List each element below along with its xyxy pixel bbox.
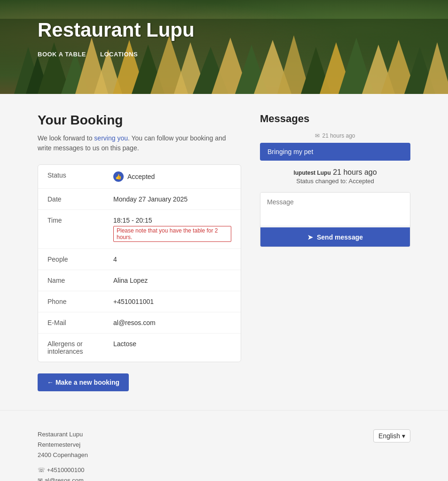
name-value: Alina Lopez <box>113 277 231 284</box>
footer-phone: ☏ +4510000100 <box>38 465 88 475</box>
language-selector[interactable]: English ▾ <box>373 429 410 442</box>
booking-row-time: Time 18:15 - 20:15 Please note that you … <box>38 210 241 249</box>
booking-row-email: E-Mail al@resos.com <box>38 312 241 334</box>
time-value: 18:15 - 20:15 <box>113 217 231 224</box>
date-value: Monday 27 January 2025 <box>113 195 231 203</box>
booking-row-name: Name Alina Lopez <box>38 270 241 291</box>
name-label: Name <box>47 277 113 284</box>
system-sender: luputest Lupu <box>293 170 330 176</box>
system-status-text: Status changed to: Accepted <box>260 178 410 185</box>
message-timestamp: ✉ 21 hours ago <box>260 132 410 139</box>
footer-info: Restaurant Lupu Rentemestervej 2400 Cope… <box>38 429 88 481</box>
messages-title: Messages <box>260 113 410 125</box>
messages-section: Messages ✉ 21 hours ago Bringing my pet … <box>260 113 410 391</box>
envelope-icon: ✉ <box>315 132 320 139</box>
booking-row-status: Status 👍 Accepted <box>38 165 241 189</box>
time-note: Please note that you have the table for … <box>113 226 231 242</box>
send-label: Send message <box>317 233 363 241</box>
system-time-text: 21 hours ago <box>333 168 377 176</box>
footer-address: Restaurant Lupu Rentemestervej 2400 Cope… <box>38 429 88 460</box>
booking-intro: We look forward to serving you. You can … <box>38 133 241 153</box>
date-label: Date <box>47 195 113 203</box>
email-value: al@resos.com <box>113 319 231 326</box>
footer-restaurant-name: Restaurant Lupu <box>38 429 88 440</box>
nav-locations[interactable]: LOCATIONS <box>100 51 138 58</box>
time-container: 18:15 - 20:15 Please note that you have … <box>113 217 231 242</box>
new-booking-button[interactable]: ← Make a new booking <box>38 373 129 391</box>
allergens-value: Lactose <box>113 340 231 348</box>
footer-contact: ☏ +4510000100 ✉ al@resos.com <box>38 465 88 481</box>
nav-book-table[interactable]: BOOK A TABLE <box>38 51 86 58</box>
main-content: Your Booking We look forward to serving … <box>0 94 448 410</box>
thumb-icon: 👍 <box>113 171 124 182</box>
status-text: Accepted <box>127 173 155 180</box>
site-title: Restaurant Lupu <box>0 0 448 46</box>
message-input[interactable] <box>260 193 410 225</box>
booking-row-date: Date Monday 27 January 2025 <box>38 189 241 210</box>
people-value: 4 <box>113 256 231 263</box>
page-footer: Restaurant Lupu Rentemestervej 2400 Cope… <box>0 410 448 481</box>
status-value: 👍 Accepted <box>113 171 231 182</box>
phone-value: +4510011001 <box>113 298 231 305</box>
main-nav: BOOK A TABLE LOCATIONS <box>0 46 448 62</box>
chevron-down-icon: ▾ <box>402 432 405 440</box>
booking-row-phone: Phone +4510011001 <box>38 291 241 312</box>
message-compose-area: ➤ Send message <box>260 192 410 247</box>
page-header: Restaurant Lupu BOOK A TABLE LOCATIONS <box>0 0 448 94</box>
people-label: People <box>47 256 113 263</box>
footer-address-line1: Rentemestervej <box>38 440 88 450</box>
time-label: Time <box>47 217 113 224</box>
first-message-bubble: Bringing my pet <box>260 143 410 161</box>
booking-title: Your Booking <box>38 113 241 128</box>
language-value: English <box>378 432 400 440</box>
phone-label: Phone <box>47 298 113 305</box>
send-message-button[interactable]: ➤ Send message <box>260 227 410 247</box>
booking-row-allergens: Allergens or intolerances Lactose <box>38 334 241 362</box>
allergens-label: Allergens or intolerances <box>47 340 113 355</box>
booking-row-people: People 4 <box>38 249 241 270</box>
booking-intro-highlight: serving you <box>94 134 128 142</box>
timestamp-text: 21 hours ago <box>322 132 355 139</box>
booking-card: Status 👍 Accepted Date Monday 27 January… <box>38 164 241 362</box>
email-label: E-Mail <box>47 319 113 326</box>
send-icon: ➤ <box>307 233 313 241</box>
footer-email: ✉ al@resos.com <box>38 475 88 481</box>
booking-section: Your Booking We look forward to serving … <box>38 113 241 391</box>
system-message: luputest Lupu 21 hours ago Status change… <box>260 168 410 185</box>
status-label: Status <box>47 171 113 179</box>
footer-address-line2: 2400 Copenhagen <box>38 450 88 460</box>
